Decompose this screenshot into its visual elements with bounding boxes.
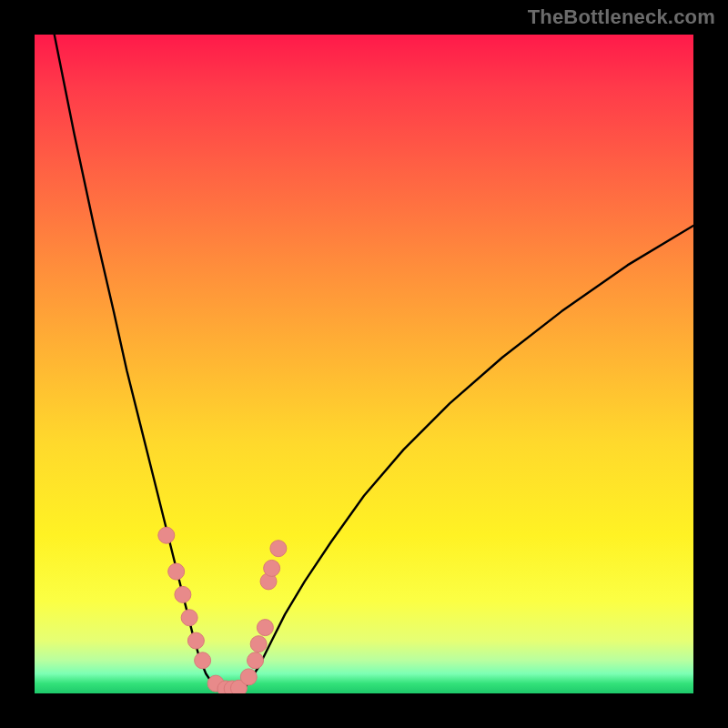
plot-area	[35, 35, 693, 693]
data-point-markers	[35, 35, 693, 693]
chart-frame: TheBottleneck.com	[0, 0, 728, 728]
watermark-text: TheBottleneck.com	[528, 5, 715, 29]
